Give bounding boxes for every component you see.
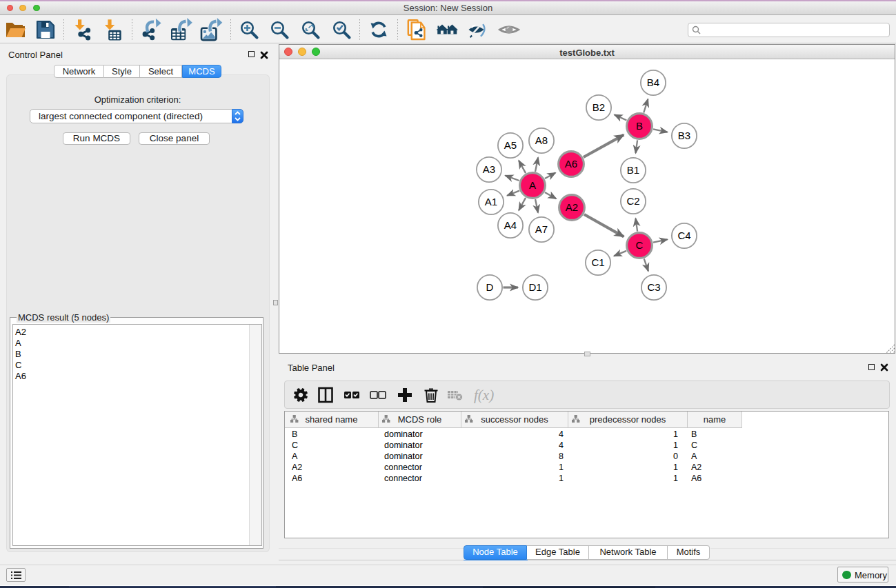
svg-text:A4: A4: [504, 219, 517, 231]
svg-text:C4: C4: [677, 230, 690, 241]
svg-text:C3: C3: [647, 281, 660, 293]
svg-text:D: D: [486, 281, 494, 293]
svg-text:C1: C1: [591, 256, 604, 268]
svg-text:A3: A3: [483, 163, 495, 175]
svg-text:B3: B3: [678, 130, 690, 141]
svg-text:B1: B1: [627, 164, 639, 176]
svg-text:C2: C2: [626, 195, 639, 207]
svg-text:B4: B4: [647, 77, 659, 88]
svg-text:A5: A5: [504, 139, 517, 151]
svg-text:B: B: [636, 120, 643, 132]
svg-text:A6: A6: [565, 158, 577, 170]
svg-text:A2: A2: [566, 201, 578, 213]
svg-text:f(x): f(x): [474, 387, 494, 403]
svg-text:D1: D1: [528, 281, 541, 293]
svg-text:B2: B2: [593, 101, 605, 113]
svg-text:A7: A7: [535, 223, 548, 235]
svg-text:A1: A1: [485, 196, 497, 207]
svg-text:C: C: [636, 239, 644, 251]
svg-text:A: A: [529, 179, 536, 191]
svg-text:A8: A8: [535, 134, 548, 146]
